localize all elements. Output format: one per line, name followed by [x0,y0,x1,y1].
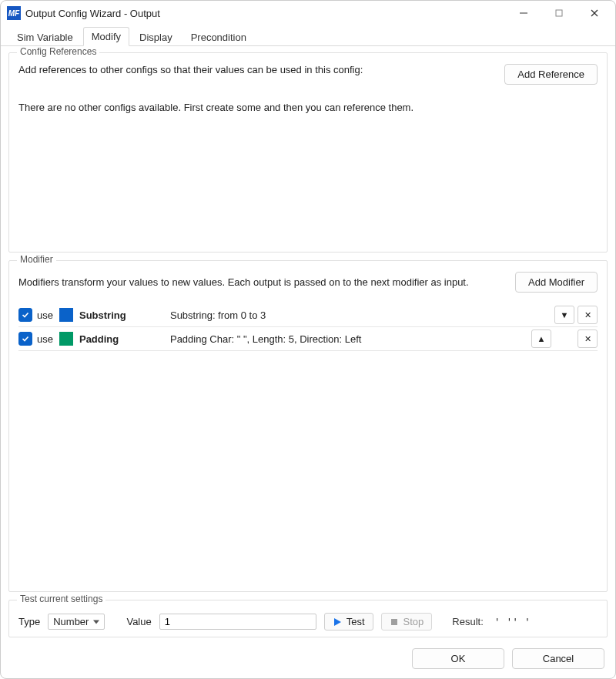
tab-strip: Sim Variable Modify Display Precondition [1,25,615,46]
add-modifier-button[interactable]: Add Modifier [515,272,598,293]
tab-sim-variable[interactable]: Sim Variable [8,28,82,46]
svg-text:MF: MF [8,9,20,18]
add-reference-button[interactable]: Add Reference [504,64,598,85]
remove-button[interactable]: ✕ [578,329,598,348]
svg-rect-3 [556,10,562,16]
test-settings-title: Test current settings [17,594,105,604]
use-label: use [37,309,53,321]
move-down-button[interactable]: ▼ [554,306,574,324]
modifier-detail: Padding Char: " ", Length: 5, Direction:… [170,333,525,345]
modifier-list: use Substring Substring: from 0 to 3 ▼ ✕ [18,303,598,584]
window-controls [506,2,612,25]
move-up-button [531,306,551,324]
modifier-row: use Padding Padding Char: " ", Length: 5… [18,327,598,351]
config-references-description: Add references to other configs so that … [18,64,504,75]
close-button[interactable] [577,2,612,25]
test-button[interactable]: Test [324,613,373,630]
use-label: use [37,333,53,345]
window-title: Output Config Wizard - Output [25,8,506,19]
window: MF Output Config Wizard - Output Sim Var… [0,0,616,679]
use-checkbox[interactable] [18,308,32,322]
minimize-button[interactable] [506,2,541,25]
type-label: Type [18,616,40,627]
modifier-description: Modifiers transform your values to new v… [18,276,515,288]
modifier-color-swatch[interactable] [59,332,73,346]
modifier-name: Substring [79,309,164,321]
tab-display[interactable]: Display [131,28,181,46]
app-icon: MF [7,6,21,20]
test-settings-group: Test current settings Type Number Value … [8,600,608,637]
modifier-title: Modifier [17,254,56,265]
ok-button[interactable]: OK [412,648,504,669]
type-select[interactable]: Number [48,614,105,630]
use-checkbox[interactable] [18,332,32,346]
play-icon [333,617,342,627]
tab-precondition[interactable]: Precondition [182,28,255,46]
result-value: ' '' ' [494,616,531,627]
tab-content: Config References Add references to othe… [1,46,615,641]
titlebar: MF Output Config Wizard - Output [1,1,615,25]
move-down-button [554,329,574,348]
cancel-button[interactable]: Cancel [512,648,604,669]
config-references-group: Config References Add references to othe… [8,52,608,253]
remove-button[interactable]: ✕ [578,306,598,324]
modifier-group: Modifier Modifiers transform your values… [8,260,608,592]
move-up-button[interactable]: ▲ [531,329,551,348]
svg-marker-6 [334,618,341,626]
stop-button[interactable]: Stop [381,613,433,630]
config-references-title: Config References [17,46,99,57]
modifier-name: Padding [79,333,164,345]
tab-modify[interactable]: Modify [83,27,129,46]
dialog-buttons: OK Cancel [1,641,615,678]
value-input[interactable] [159,614,316,630]
maximize-button[interactable] [541,2,577,25]
svg-rect-7 [391,619,397,625]
modifier-row: use Substring Substring: from 0 to 3 ▼ ✕ [18,303,598,327]
modifier-detail: Substring: from 0 to 3 [170,309,525,321]
stop-icon [390,617,399,627]
modifier-color-swatch[interactable] [59,308,73,322]
config-references-empty-text: There are no other configs available. Fi… [18,102,598,113]
value-label: Value [126,616,151,627]
result-label: Result: [452,616,483,627]
